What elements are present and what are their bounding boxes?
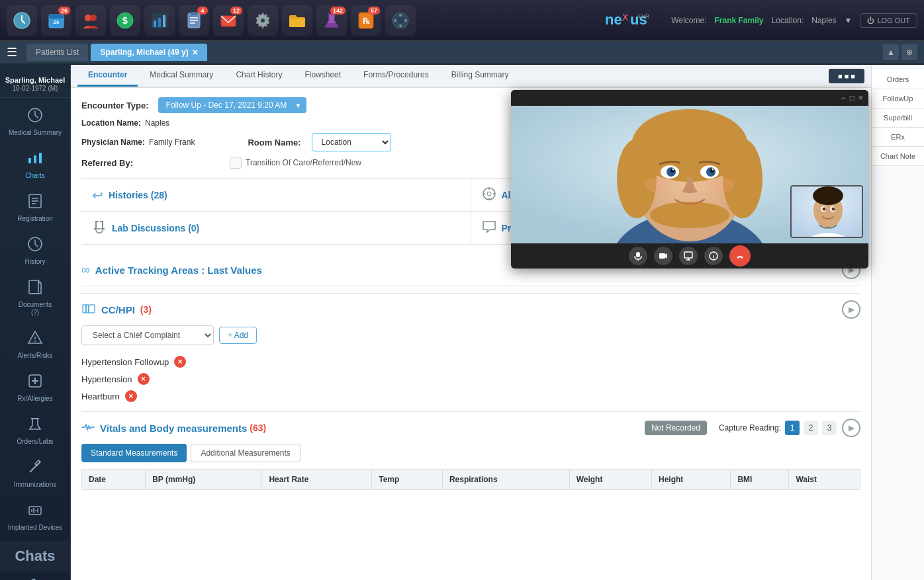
room-dropdown[interactable]: Location	[312, 133, 391, 151]
tab-billing-summary[interactable]: Billing Summary	[441, 65, 520, 87]
svg-rect-10	[158, 18, 161, 27]
svg-rect-98	[659, 253, 665, 259]
hamburger-menu[interactable]: ☰	[7, 45, 17, 60]
tab-flowsheet[interactable]: Flowsheet	[294, 65, 351, 87]
chief-complaint-select[interactable]: Select a Chief Complaint	[81, 325, 214, 345]
calendar-nav-icon[interactable]: 26 26	[41, 5, 71, 36]
tab-medical-summary[interactable]: Medical Summary	[139, 65, 224, 87]
additional-measurements-tab[interactable]: Additional Measurements	[191, 444, 300, 462]
calendar-badge: 26	[58, 7, 70, 15]
chart-note-button[interactable]: Chart Note	[872, 147, 924, 166]
referred-label: Referred By:	[81, 158, 133, 168]
vc-info-btn[interactable]: i	[704, 247, 723, 265]
tab-chart-history[interactable]: Chart History	[225, 65, 293, 87]
close-tab-button[interactable]: ×	[193, 48, 198, 57]
complaint-name-0: Hypertension Followup	[81, 357, 169, 367]
clock-nav-icon[interactable]	[7, 5, 37, 36]
page-num-3[interactable]: 3	[822, 421, 837, 435]
standard-measurements-tab[interactable]: Standard Measurements	[81, 444, 187, 462]
video-maximize-btn[interactable]: □	[850, 93, 855, 103]
lab-discussions-section[interactable]: Lab Discussions (0)	[81, 211, 471, 244]
sidebar-item-medical-summary[interactable]: Medical Summary	[0, 101, 70, 144]
sidebar-item-rx-allergies[interactable]: Rx/Allergies	[0, 366, 70, 409]
sidebar-item-orders-labs[interactable]: Orders/Labs	[0, 409, 70, 452]
folder-nav-icon[interactable]	[282, 5, 312, 36]
sidebar-item-immunizations[interactable]: Immunizations	[0, 452, 70, 495]
video-call-overlay: − □ ×	[511, 90, 868, 269]
histories-link[interactable]: Histories (28)	[109, 190, 167, 200]
cc-hpi-play[interactable]: ▶	[842, 300, 860, 319]
cc-hpi-section: CC/HPI (3) ▶ Select a Chief Complaint + …	[81, 293, 860, 411]
tab-bar-controls: ▲ ⊕	[883, 44, 917, 60]
medical-summary-icon	[27, 107, 43, 127]
physician-label: Physician Name:	[81, 138, 145, 147]
vc-mic-btn[interactable]	[629, 247, 647, 265]
superbill-button[interactable]: Superbill	[872, 108, 924, 128]
encounter-type-dropdown[interactable]: Follow Up - Dec 17, 2021 9:20 AM ▼	[158, 97, 307, 113]
logout-button[interactable]: ⏻ LOG OUT	[860, 13, 917, 28]
users-nav-icon[interactable]	[75, 5, 106, 36]
mail-nav-icon[interactable]: 12	[213, 5, 244, 36]
erx-button[interactable]: ERx	[872, 128, 924, 147]
sub-tab-end: ■ ■ ■	[829, 65, 864, 87]
svg-point-91	[813, 186, 843, 205]
svg-point-86	[645, 179, 669, 192]
svg-point-75	[617, 139, 657, 218]
remove-complaint-1[interactable]: ×	[138, 373, 150, 385]
chart-nav-icon[interactable]	[144, 5, 175, 36]
lab-discussions-link[interactable]: Lab Discussions (0)	[112, 223, 199, 233]
svg-rect-96	[636, 252, 640, 257]
cc-hpi-controls: Select a Chief Complaint + Add	[81, 325, 860, 345]
vitals-play[interactable]: ▶	[842, 419, 860, 437]
svg-rect-69	[88, 305, 89, 313]
video-minimize-btn[interactable]: −	[841, 93, 846, 103]
sidebar-item-chats[interactable]: Chats	[0, 541, 70, 571]
vitals-section: Vitals and Body measurements (63) Not Re…	[81, 411, 860, 497]
sidebar-item-implanted-devices[interactable]: Implanted Devices	[0, 495, 70, 538]
page-num-1[interactable]: 1	[785, 421, 800, 435]
procedure-discussions-icon	[482, 220, 496, 236]
sidebar-item-registration[interactable]: Registration	[0, 186, 70, 229]
documents-icon	[27, 279, 43, 299]
transition-checkbox[interactable]	[230, 157, 242, 169]
encounter-type-value: Follow Up - Dec 17, 2021 9:20 AM	[166, 101, 287, 110]
sidebar-item-charts[interactable]: Charts	[0, 144, 70, 186]
tab-forms-procedures[interactable]: Forms/Procedures	[353, 65, 439, 87]
remove-complaint-0[interactable]: ×	[174, 356, 186, 368]
sidebar-item-refresh[interactable]	[0, 571, 70, 580]
vc-screen-share-btn[interactable]	[679, 247, 698, 265]
dollar-nav-icon[interactable]: $	[110, 5, 140, 36]
patients-list-tab[interactable]: Patients List	[26, 44, 88, 61]
histories-section[interactable]: ↩ Histories (28)	[81, 179, 471, 211]
vc-camera-btn[interactable]	[654, 247, 672, 265]
page-num-2[interactable]: 2	[804, 421, 818, 435]
sidebar-item-history[interactable]: History	[0, 229, 70, 272]
add-complaint-button[interactable]: + Add	[219, 327, 257, 344]
remove-complaint-2[interactable]: ×	[125, 390, 137, 402]
vitals-table: Date BP (mmHg) Heart Rate Temp Respirati…	[81, 469, 860, 490]
svg-text:i: i	[713, 254, 714, 260]
gear2-nav-icon[interactable]	[385, 5, 416, 36]
end-tab-button[interactable]: ■ ■ ■	[829, 69, 864, 83]
settings-nav-icon[interactable]	[248, 5, 278, 36]
vc-end-call-btn[interactable]	[729, 245, 751, 267]
flask-nav-icon[interactable]: 142	[316, 5, 347, 36]
tab-action[interactable]: ⊕	[901, 44, 917, 60]
room-row: Room Name: Location	[248, 133, 391, 151]
location-dropdown-icon[interactable]: ▼	[845, 16, 853, 25]
rx-nav-icon[interactable]: ℞ 57	[351, 5, 381, 36]
sidebar-item-alerts-risks[interactable]: Alerts/Risks	[0, 323, 70, 366]
tab-encounter[interactable]: Encounter	[77, 65, 138, 87]
power-icon: ⏻	[867, 17, 874, 24]
physician-value: Family Frank	[149, 138, 195, 147]
video-close-btn[interactable]: ×	[858, 93, 863, 103]
followup-button[interactable]: FollowUp	[872, 89, 924, 108]
orders-button[interactable]: Orders	[872, 70, 924, 89]
complaint-item-2: Heartburn ×	[81, 388, 860, 405]
sidebar-item-documents[interactable]: Documents(?)	[0, 272, 70, 323]
patient-tab-active[interactable]: Sparling, Michael (49 y) ×	[91, 44, 207, 61]
clipboard-nav-icon[interactable]: 4	[179, 5, 209, 36]
orders-labs-icon	[27, 416, 43, 436]
tab-scroll-up[interactable]: ▲	[883, 44, 899, 60]
svg-rect-50	[35, 460, 40, 466]
